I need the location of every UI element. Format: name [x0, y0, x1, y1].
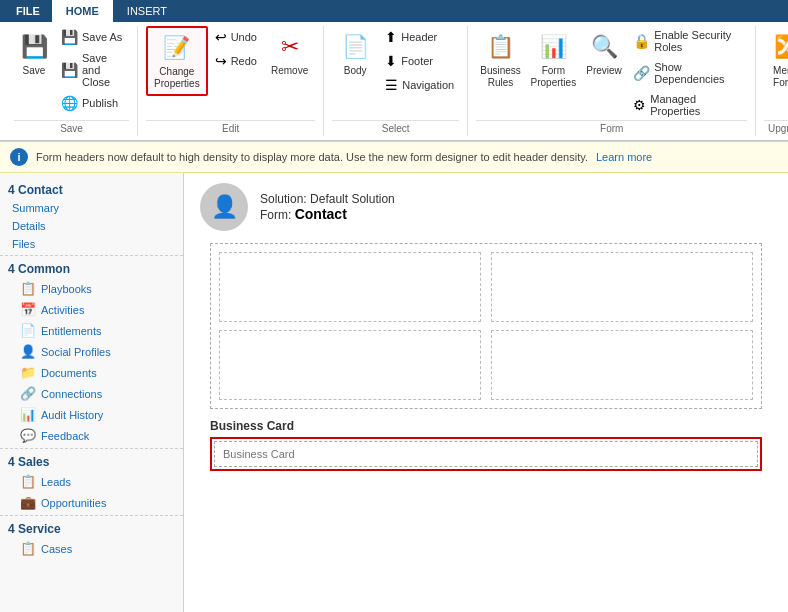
form-label: Form:	[260, 208, 291, 222]
divider-3	[0, 515, 183, 516]
sidebar-section-contact: 4 Contact Summary Details Files	[0, 179, 183, 253]
divider-1	[0, 255, 183, 256]
business-card-input[interactable]	[214, 441, 758, 467]
sidebar-item-audit-history[interactable]: 📊 Audit History	[0, 404, 183, 425]
feedback-icon: 💬	[20, 428, 36, 443]
learn-more-link[interactable]: Learn more	[596, 151, 652, 163]
form-cell-2	[491, 252, 753, 322]
sidebar-item-files[interactable]: Files	[0, 235, 183, 253]
main-layout: 4 Contact Summary Details Files 4 Common…	[0, 173, 788, 612]
save-group-label: Save	[14, 120, 129, 136]
undo-button[interactable]: ↩ Undo	[210, 26, 262, 48]
save-button[interactable]: 💾 Save	[14, 26, 54, 82]
sidebar-item-connections[interactable]: 🔗 Connections	[0, 383, 183, 404]
business-card-section: Business Card	[210, 419, 762, 471]
ribbon-content: 💾 Save 💾 Save As 💾 Save and Close 🌐 Publ…	[0, 22, 788, 141]
tab-home[interactable]: HOME	[52, 0, 113, 22]
sidebar-item-opportunities[interactable]: 💼 Opportunities	[0, 492, 183, 513]
sidebar-item-feedback[interactable]: 💬 Feedback	[0, 425, 183, 446]
ribbon: FILE HOME INSERT 💾 Save 💾 Save As 💾	[0, 0, 788, 142]
sidebar-item-documents[interactable]: 📁 Documents	[0, 362, 183, 383]
body-button[interactable]: 📄 Body	[332, 26, 378, 82]
tab-insert[interactable]: INSERT	[113, 0, 181, 22]
footer-button[interactable]: ⬇ Footer	[380, 50, 459, 72]
sidebar-item-social-profiles[interactable]: 👤 Social Profiles	[0, 341, 183, 362]
leads-label: Leads	[41, 476, 71, 488]
change-properties-button[interactable]: 📝 ChangeProperties	[146, 26, 208, 96]
header-icon: ⬆	[385, 29, 397, 45]
business-rules-icon: 📋	[485, 31, 517, 63]
sidebar-item-cases[interactable]: 📋 Cases	[0, 538, 183, 559]
upgrade-group-label: Upgrade	[764, 120, 788, 136]
playbooks-icon: 📋	[20, 281, 36, 296]
tab-file[interactable]: FILE	[4, 0, 52, 22]
service-section-title: 4 Service	[0, 518, 183, 538]
navigation-icon: ☰	[385, 77, 398, 93]
solution-text: Solution: Default Solution Form: Contact	[260, 192, 395, 222]
business-card-label: Business Card	[210, 419, 762, 433]
business-rules-button[interactable]: 📋 BusinessRules	[476, 26, 525, 94]
solution-info: 👤 Solution: Default Solution Form: Conta…	[200, 183, 772, 231]
select-group-label: Select	[332, 120, 459, 136]
sidebar-item-entitlements[interactable]: 📄 Entitlements	[0, 320, 183, 341]
form-props-label: FormProperties	[531, 65, 577, 89]
sidebar-item-leads[interactable]: 📋 Leads	[0, 471, 183, 492]
remove-icon: ✂	[274, 31, 306, 63]
activities-label: Activities	[41, 304, 84, 316]
merge-forms-icon: 🔀	[771, 31, 788, 63]
sidebar-item-activities[interactable]: 📅 Activities	[0, 299, 183, 320]
feedback-label: Feedback	[41, 430, 89, 442]
publish-button[interactable]: 🌐 Publish	[56, 92, 129, 114]
business-card-wrapper	[210, 437, 762, 471]
enable-security-button[interactable]: 🔒 Enable Security Roles	[628, 26, 747, 56]
form-properties-button[interactable]: 📊 FormProperties	[527, 26, 580, 94]
ribbon-group-select: 📄 Body ⬆ Header ⬇ Footer ☰ Navigation	[324, 26, 468, 136]
form-row-2	[219, 330, 753, 400]
dependencies-icon: 🔗	[633, 65, 650, 81]
info-message: Form headers now default to high density…	[36, 151, 588, 163]
body-label: Body	[344, 65, 367, 77]
remove-button[interactable]: ✂ Remove	[264, 26, 315, 82]
form-cell-4	[491, 330, 753, 400]
publish-icon: 🌐	[61, 95, 78, 111]
save-as-button[interactable]: 💾 Save As	[56, 26, 129, 48]
ribbon-group-upgrade: 🔀 MergeForms Upgrade	[756, 26, 788, 136]
form-line: Form: Contact	[260, 206, 395, 222]
sidebar-item-details[interactable]: Details	[0, 217, 183, 235]
connections-icon: 🔗	[20, 386, 36, 401]
solution-line: Solution: Default Solution	[260, 192, 395, 206]
opportunities-icon: 💼	[20, 495, 36, 510]
sidebar-item-playbooks[interactable]: 📋 Playbooks	[0, 278, 183, 299]
content-area: 👤 Solution: Default Solution Form: Conta…	[184, 173, 788, 612]
solution-label: Solution:	[260, 192, 307, 206]
publish-label: Publish	[82, 97, 118, 109]
form-group-label: Form	[476, 120, 747, 136]
navigation-button[interactable]: ☰ Navigation	[380, 74, 459, 96]
social-profiles-icon: 👤	[20, 344, 36, 359]
merge-forms-button[interactable]: 🔀 MergeForms	[764, 26, 788, 94]
sidebar-item-summary[interactable]: Summary	[0, 199, 183, 217]
form-name: Contact	[295, 206, 347, 222]
ribbon-tabs: FILE HOME INSERT	[0, 0, 788, 22]
save-close-button[interactable]: 💾 Save and Close	[56, 49, 129, 91]
save-close-icon: 💾	[61, 62, 78, 78]
redo-button[interactable]: ↪ Redo	[210, 50, 262, 72]
merge-forms-label: MergeForms	[773, 65, 788, 89]
audit-history-icon: 📊	[20, 407, 36, 422]
save-as-icon: 💾	[61, 29, 78, 45]
divider-2	[0, 448, 183, 449]
business-rules-label: BusinessRules	[480, 65, 521, 89]
form-cell-1	[219, 252, 481, 322]
managed-properties-button[interactable]: ⚙ Managed Properties	[628, 90, 747, 120]
save-close-label: Save and Close	[82, 52, 124, 88]
audit-history-label: Audit History	[41, 409, 103, 421]
header-button[interactable]: ⬆ Header	[380, 26, 459, 48]
show-dependencies-button[interactable]: 🔗 Show Dependencies	[628, 58, 747, 88]
sidebar-section-common: 4 Common 📋 Playbooks 📅 Activities 📄 Enti…	[0, 258, 183, 446]
sales-section-title: 4 Sales	[0, 451, 183, 471]
footer-icon: ⬇	[385, 53, 397, 69]
ribbon-group-save: 💾 Save 💾 Save As 💾 Save and Close 🌐 Publ…	[6, 26, 138, 136]
cases-icon: 📋	[20, 541, 36, 556]
preview-button[interactable]: 🔍 Preview	[582, 26, 626, 82]
save-label: Save	[23, 65, 46, 77]
